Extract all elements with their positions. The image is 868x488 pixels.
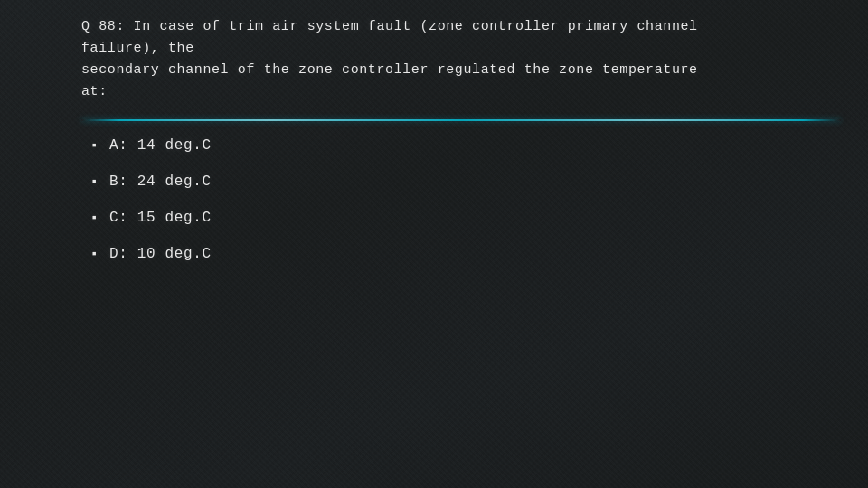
option-b[interactable]: ▪ B: 24 deg.C xyxy=(81,166,841,197)
background: Q 88: In case of trim air system fault (… xyxy=(0,0,868,488)
option-a[interactable]: ▪ A: 14 deg.C xyxy=(81,130,841,161)
bullet-a: ▪ xyxy=(90,138,99,153)
question-text: Q 88: In case of trim air system fault (… xyxy=(81,16,841,103)
option-d[interactable]: ▪ D: 10 deg.C xyxy=(81,239,841,269)
option-a-label: A: 14 deg.C xyxy=(109,137,212,154)
bullet-b: ▪ xyxy=(90,174,99,189)
option-c-label: C: 15 deg.C xyxy=(109,210,212,226)
options-list: ▪ A: 14 deg.C ▪ B: 24 deg.C ▪ C: 15 deg.… xyxy=(81,130,841,269)
option-c[interactable]: ▪ C: 15 deg.C xyxy=(81,202,841,233)
bullet-d: ▪ xyxy=(90,247,99,261)
main-content: Q 88: In case of trim air system fault (… xyxy=(81,16,841,269)
bullet-c: ▪ xyxy=(90,211,99,225)
option-b-label: B: 24 deg.C xyxy=(109,174,212,190)
divider xyxy=(81,119,841,121)
option-d-label: D: 10 deg.C xyxy=(109,246,212,262)
